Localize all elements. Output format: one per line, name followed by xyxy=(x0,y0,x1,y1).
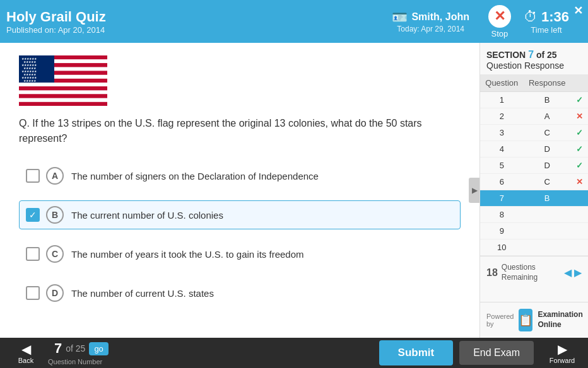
table-row[interactable]: 7 xyxy=(480,190,524,207)
col-question: Question xyxy=(480,74,524,92)
question-number-block: 7 of 25 go Question Number xyxy=(48,340,109,365)
table-row[interactable]: 3 xyxy=(480,125,524,141)
flag-image: ★★★★★★ ★★★★★ ★★★★★★ ★★★★★ ★★★★★★ ★★★★★ ★… xyxy=(19,55,107,106)
checkbox-a[interactable] xyxy=(26,169,40,183)
svg-rect-7 xyxy=(19,83,107,86)
table-row[interactable]: 5 xyxy=(480,158,524,174)
examination-online-logo: 📋 xyxy=(519,309,532,331)
option-d[interactable]: D The number of current U.S. states xyxy=(19,279,461,308)
checkbox-c[interactable] xyxy=(26,247,40,261)
footer: ◀ Back 7 of 25 go Question Number Submit… xyxy=(0,338,588,368)
table-row[interactable]: 8 xyxy=(480,207,524,223)
svg-rect-10 xyxy=(19,95,107,98)
clock-icon: ⏱ xyxy=(524,9,538,25)
stop-icon: ✕ xyxy=(488,5,511,28)
questions-remaining: 18 QuestionsRemaining ◀ ▶ xyxy=(480,256,588,289)
section-header: SECTION 7 of 25 Question Response xyxy=(480,43,588,74)
current-question-number: 7 xyxy=(54,340,62,357)
next-nav-icon[interactable]: ▶ xyxy=(574,267,582,279)
remaining-label: QuestionsRemaining xyxy=(502,263,538,282)
close-button[interactable]: ✕ xyxy=(573,4,583,18)
question-response-table: Question Response 1B✓2A✕3C✓4D✓5D✓6C✕7B89… xyxy=(480,74,588,256)
option-text-d: The number of current U.S. states xyxy=(71,288,214,299)
total-questions: of 25 xyxy=(66,343,85,354)
svg-text:★★★★★: ★★★★★ xyxy=(23,79,37,83)
question-area: ★★★★★★ ★★★★★ ★★★★★★ ★★★★★ ★★★★★★ ★★★★★ ★… xyxy=(0,43,479,338)
prev-nav-icon[interactable]: ◀ xyxy=(564,267,572,279)
option-letter-b: B xyxy=(46,206,64,224)
table-row[interactable]: 1 xyxy=(480,92,524,108)
powered-by-text: Powered by xyxy=(486,313,514,328)
stop-button[interactable]: ✕ Stop xyxy=(488,5,511,38)
checkbox-d[interactable] xyxy=(26,286,40,300)
user-info: 🪪 Smith, John Today: Apr 29, 2014 xyxy=(392,9,469,33)
option-text-c: The number of years it took the U.S. to … xyxy=(71,249,304,260)
collapse-sidebar-button[interactable]: ▶ xyxy=(469,178,479,203)
remaining-nav[interactable]: ◀ ▶ xyxy=(564,267,582,279)
stop-label: Stop xyxy=(491,29,509,38)
go-button[interactable]: go xyxy=(89,342,108,355)
main-area: ★★★★★★ ★★★★★ ★★★★★★ ★★★★★ ★★★★★★ ★★★★★ ★… xyxy=(0,43,588,338)
option-c[interactable]: C The number of years it took the U.S. t… xyxy=(19,239,461,268)
table-row[interactable]: 2 xyxy=(480,108,524,125)
submit-button[interactable]: Submit xyxy=(379,340,454,365)
timer-value: 1:36 xyxy=(541,9,569,25)
remaining-count: 18 xyxy=(486,267,498,279)
section-of: of 25 xyxy=(536,50,557,60)
end-exam-button[interactable]: End Exam xyxy=(459,341,534,365)
svg-rect-9 xyxy=(19,90,107,94)
section-num: 7 xyxy=(528,49,534,60)
back-button[interactable]: ◀ Back xyxy=(10,342,42,364)
svg-rect-11 xyxy=(19,98,107,102)
option-text-b: The current number of U.S. colonies xyxy=(71,210,223,221)
timer: ⏱ 1:36 Time left xyxy=(524,9,569,35)
quiz-title: Holy Grail Quiz xyxy=(6,9,392,25)
header-title-block: Holy Grail Quiz Published on: Apr 20, 20… xyxy=(6,9,392,35)
section-label: SECTION xyxy=(486,50,526,60)
col-status xyxy=(571,74,588,92)
option-letter-d: D xyxy=(46,284,64,302)
examination-online-name: Examination Online xyxy=(538,310,582,330)
question-sidebar: SECTION 7 of 25 Question Response Questi… xyxy=(479,43,588,338)
question-text: Q. If the 13 stripes on the U.S. flag re… xyxy=(19,116,461,146)
checkbox-b[interactable] xyxy=(26,208,40,222)
back-arrow-icon: ◀ xyxy=(21,342,31,357)
question-number-label: Question Number xyxy=(48,358,109,365)
forward-button[interactable]: ▶ Forward xyxy=(546,342,578,364)
option-text-a: The number of signers on the Declaration… xyxy=(71,171,319,181)
forward-arrow-icon: ▶ xyxy=(558,342,567,357)
header: Holy Grail Quiz Published on: Apr 20, 20… xyxy=(0,0,588,43)
col-response: Response xyxy=(524,74,571,92)
user-name: Smith, John xyxy=(411,11,469,23)
option-letter-a: A xyxy=(46,167,64,185)
svg-rect-8 xyxy=(19,86,107,90)
forward-label: Forward xyxy=(550,357,575,364)
option-b[interactable]: B The current number of U.S. colonies xyxy=(19,200,461,229)
table-row[interactable]: 6 xyxy=(480,174,524,190)
back-label: Back xyxy=(18,357,33,364)
powered-by-section: Powered by 📋 Examination Online xyxy=(480,302,588,338)
published-date: Published on: Apr 20, 2014 xyxy=(6,25,392,35)
today-date: Today: Apr 29, 2014 xyxy=(397,25,464,33)
option-letter-c: C xyxy=(46,245,64,263)
table-row[interactable]: 4 xyxy=(480,141,524,158)
table-row[interactable]: 9 xyxy=(480,223,524,239)
user-icon: 🪪 xyxy=(392,9,408,25)
timer-label: Time left xyxy=(531,25,562,35)
option-a[interactable]: A The number of signers on the Declarati… xyxy=(19,161,461,190)
table-row[interactable]: 10 xyxy=(480,239,524,256)
